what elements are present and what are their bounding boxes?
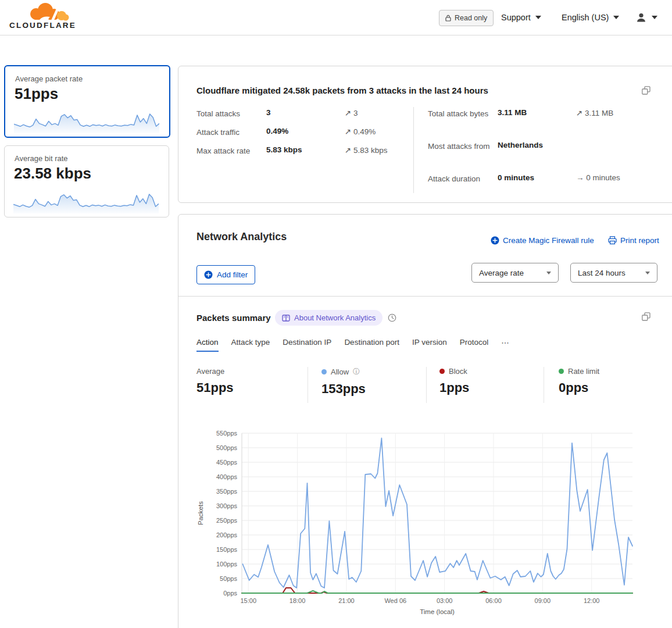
tab-destination-ip[interactable]: Destination IP (283, 338, 331, 352)
vertical-divider (308, 367, 308, 403)
create-magic-firewall-rule-link[interactable]: Create Magic Firewall rule (491, 236, 594, 245)
series-dot (559, 369, 564, 374)
support-menu[interactable]: Support (501, 13, 541, 22)
svg-text:250pps: 250pps (216, 517, 238, 524)
svg-text:09:00: 09:00 (535, 597, 551, 604)
stat-label: Total attack bytes (428, 107, 493, 121)
about-network-analytics-pill[interactable]: About Network Analytics (275, 310, 383, 326)
tab-ip-version[interactable]: IP version (412, 338, 447, 352)
chevron-down-icon (535, 16, 541, 19)
time-history-icon[interactable] (388, 313, 396, 322)
packets-chart[interactable]: 0pps50pps100pps150pps200pps250pps300pps3… (196, 430, 644, 622)
book-icon (282, 315, 290, 322)
tab-protocol[interactable]: Protocol (460, 338, 489, 352)
info-icon[interactable]: ⓘ (353, 367, 360, 377)
breakdown-value: 0pps (559, 380, 599, 395)
read-only-badge: Read only (439, 10, 494, 26)
chevron-down-icon (645, 272, 650, 274)
svg-text:200pps: 200pps (216, 531, 238, 538)
network-analytics-card: Network Analytics Create Magic Firewall … (178, 214, 672, 628)
stat-change: ↗ 3 (345, 108, 358, 117)
arrow-right-icon: → (576, 173, 584, 182)
expand-card-icon[interactable] (642, 86, 650, 95)
section-divider (178, 296, 672, 297)
series-dot (439, 369, 445, 374)
language-menu[interactable]: English (US) (562, 13, 619, 22)
tabs-overflow-button[interactable]: ⋯ (501, 338, 510, 352)
trend-up-icon: ↗ (345, 127, 351, 136)
stat-value: 3.11 MB (498, 108, 527, 117)
read-only-label: Read only (455, 14, 487, 22)
breakdown-value: 51pps (196, 380, 234, 395)
top-header: CLOUDFLARE Read only Support English (US… (0, 0, 672, 35)
time-range-select[interactable]: Last 24 hours (570, 263, 657, 283)
tab-attack-type[interactable]: Attack type (231, 338, 270, 352)
breakdown-rate-limit: Rate limit 0pps (559, 367, 599, 395)
packets-summary-title: Packets summary (196, 313, 271, 323)
stat-value: 0 minutes (498, 173, 534, 182)
trend-up-icon: ↗ (345, 109, 351, 117)
trend-up-icon: ↗ (345, 146, 351, 155)
mitigation-summary-card: Cloudflare mitigated 24.58k packets from… (178, 66, 672, 203)
tab-destination-port[interactable]: Destination port (344, 338, 399, 352)
cloudflare-logo-cloud-icon (28, 2, 72, 21)
svg-text:300pps: 300pps (216, 502, 238, 509)
metric-card-bit-rate[interactable]: Average bit rate 23.58 kbps (4, 145, 169, 217)
series-dot (321, 369, 327, 374)
svg-text:03:00: 03:00 (437, 597, 453, 604)
svg-text:150pps: 150pps (216, 546, 238, 553)
metric-type-select[interactable]: Average rate (471, 263, 559, 283)
vertical-divider (426, 367, 427, 403)
metric-card-packet-rate[interactable]: Average packet rate 51pps (4, 65, 170, 138)
svg-text:Packets: Packets (197, 501, 204, 525)
account-menu[interactable] (635, 12, 657, 23)
svg-text:450pps: 450pps (216, 459, 238, 466)
metric-value: 23.58 kbps (14, 165, 91, 183)
breakdown-average: Average 51pps (196, 367, 234, 395)
chevron-down-icon (613, 16, 619, 19)
svg-text:Time (local): Time (local) (420, 608, 455, 615)
sparkline (14, 109, 159, 134)
svg-text:350pps: 350pps (216, 488, 238, 495)
tab-action[interactable]: Action (196, 338, 219, 352)
print-report-link[interactable]: Print report (608, 236, 659, 245)
breakdown-value: 153pps (321, 381, 366, 397)
stat-label: Attack traffic (196, 126, 265, 140)
stat-value: Netherlands (498, 141, 543, 149)
svg-text:Wed 06: Wed 06 (384, 597, 406, 604)
stat-label: Most attacks from (428, 140, 493, 154)
vertical-divider (544, 367, 544, 403)
breakdown-block: Block 1pps (439, 367, 469, 395)
stat-label: Attack duration (428, 172, 503, 186)
svg-text:400pps: 400pps (216, 473, 238, 480)
cloudflare-logo-text: CLOUDFLARE (9, 21, 76, 30)
stat-change: ↗ 3.11 MB (576, 108, 613, 117)
chevron-down-icon (652, 16, 657, 19)
add-filter-button[interactable]: Add filter (196, 265, 255, 284)
trend-up-icon: ↗ (576, 109, 582, 117)
cloudflare-dashboard: CLOUDFLARE Read only Support English (US… (0, 0, 672, 628)
svg-text:50pps: 50pps (220, 575, 237, 582)
vertical-divider (413, 107, 414, 193)
svg-text:18:00: 18:00 (289, 597, 306, 604)
breakdown-allow: Allow ⓘ 153pps (321, 367, 366, 397)
svg-text:100pps: 100pps (216, 561, 238, 568)
expand-card-icon[interactable] (642, 312, 650, 321)
plus-circle-icon (204, 270, 213, 279)
user-avatar-icon (635, 12, 647, 23)
dimension-tabs: Action Attack type Destination IP Destin… (196, 338, 510, 352)
stat-label: Max attack rate (196, 144, 265, 158)
chevron-down-icon (546, 272, 551, 274)
stat-value: 0.49% (266, 127, 288, 135)
breakdown-value: 1pps (439, 380, 469, 395)
stat-value: 5.83 kbps (266, 145, 302, 154)
svg-text:500pps: 500pps (216, 444, 238, 451)
printer-icon (608, 236, 617, 245)
svg-text:0pps: 0pps (223, 590, 237, 597)
support-label: Support (501, 13, 531, 22)
metric-label: Average bit rate (15, 154, 68, 163)
metric-value: 51pps (15, 85, 58, 103)
stat-change: ↗ 0.49% (345, 127, 376, 136)
svg-text:21:00: 21:00 (338, 597, 355, 604)
stat-change: → 0 minutes (576, 173, 620, 182)
